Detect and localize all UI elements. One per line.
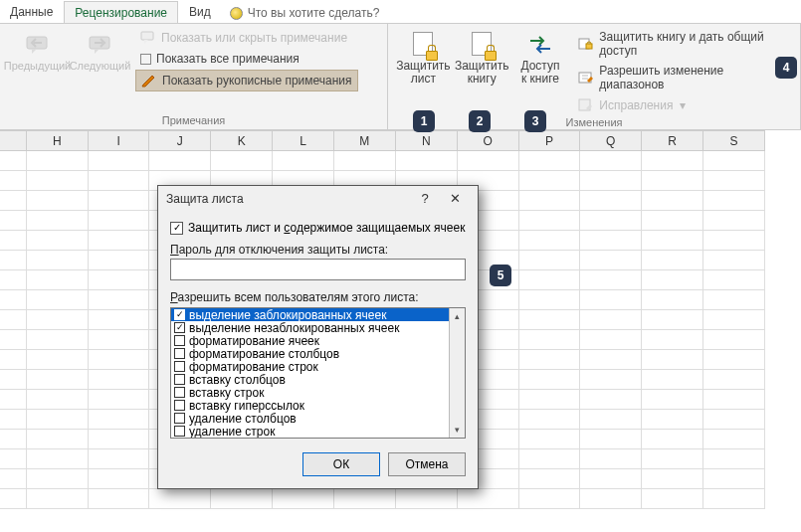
cell[interactable] [26, 489, 88, 509]
cell[interactable] [88, 350, 149, 370]
cell[interactable] [703, 350, 765, 370]
cell[interactable] [333, 489, 395, 509]
cell[interactable] [580, 290, 642, 310]
cell[interactable] [518, 251, 580, 270]
cell[interactable] [26, 469, 88, 489]
cell[interactable] [26, 430, 88, 449]
tab-view[interactable]: Вид [178, 0, 222, 23]
permission-checkbox[interactable] [174, 374, 185, 385]
cell[interactable] [642, 151, 703, 171]
cell[interactable] [518, 489, 580, 509]
password-input[interactable] [170, 259, 466, 280]
cell[interactable] [88, 330, 149, 350]
close-button[interactable]: ✕ [440, 191, 470, 206]
cell[interactable] [88, 410, 149, 430]
cell[interactable] [642, 270, 703, 290]
permission-item[interactable]: вставку столбцов [171, 373, 449, 386]
column-header[interactable]: S [703, 131, 765, 151]
cell[interactable] [703, 330, 765, 350]
cell[interactable] [703, 270, 765, 290]
cell[interactable] [518, 390, 580, 410]
cell[interactable] [518, 310, 580, 330]
cell[interactable] [703, 370, 765, 390]
protect-workbook-button[interactable]: Защититькнигу [453, 28, 511, 115]
permission-checkbox[interactable] [174, 309, 185, 320]
scroll-track[interactable] [450, 324, 465, 422]
permission-checkbox[interactable] [174, 322, 185, 333]
cell[interactable] [580, 350, 642, 370]
cell[interactable] [26, 410, 88, 430]
cell[interactable] [149, 151, 211, 171]
cell[interactable] [580, 251, 642, 270]
cell[interactable] [703, 449, 765, 469]
column-header[interactable]: J [149, 131, 211, 151]
cell[interactable] [580, 330, 642, 350]
cell[interactable] [0, 191, 26, 211]
permission-checkbox[interactable] [174, 413, 185, 424]
permission-item[interactable]: удаление строк [171, 425, 449, 438]
cell[interactable] [518, 171, 580, 191]
column-header[interactable]: L [273, 131, 334, 151]
cell[interactable] [0, 330, 26, 350]
cell[interactable] [88, 469, 149, 489]
cell[interactable] [518, 330, 580, 350]
cell[interactable] [580, 211, 642, 231]
cell[interactable] [580, 489, 642, 509]
cell[interactable] [0, 390, 26, 410]
cell[interactable] [211, 151, 273, 171]
cell[interactable] [518, 211, 580, 231]
cell[interactable] [642, 449, 703, 469]
cell[interactable] [642, 251, 703, 270]
cell[interactable] [703, 310, 765, 330]
cell[interactable] [580, 449, 642, 469]
permission-item[interactable]: форматирование столбцов [171, 347, 449, 360]
cell[interactable] [580, 410, 642, 430]
column-header[interactable]: I [88, 131, 149, 151]
cell[interactable] [518, 370, 580, 390]
cell[interactable] [26, 251, 88, 270]
cell[interactable] [395, 489, 457, 509]
cell[interactable] [211, 489, 273, 509]
permission-item[interactable]: форматирование ячеек [171, 334, 449, 347]
protect-and-share-button[interactable]: Защитить книгу и дать общий доступ [573, 28, 794, 60]
cell[interactable] [26, 350, 88, 370]
cell[interactable] [703, 390, 765, 410]
permission-checkbox[interactable] [174, 348, 185, 359]
cell[interactable] [518, 270, 580, 290]
cell[interactable] [0, 211, 26, 231]
cell[interactable] [273, 489, 334, 509]
column-header[interactable]: G [0, 131, 26, 151]
cell[interactable] [88, 449, 149, 469]
cell[interactable] [0, 251, 26, 270]
cell[interactable] [26, 290, 88, 310]
cell[interactable] [580, 370, 642, 390]
cell[interactable] [580, 310, 642, 330]
cell[interactable] [642, 310, 703, 330]
cell[interactable] [703, 430, 765, 449]
permission-checkbox[interactable] [174, 426, 185, 437]
cell[interactable] [26, 270, 88, 290]
cell[interactable] [26, 211, 88, 231]
cell[interactable] [518, 430, 580, 449]
cell[interactable] [518, 469, 580, 489]
cell[interactable] [88, 171, 149, 191]
cell[interactable] [88, 270, 149, 290]
protect-sheet-button[interactable]: Защититьлист [394, 28, 453, 115]
cell[interactable] [0, 151, 26, 171]
cell[interactable] [149, 489, 211, 509]
cell[interactable] [703, 211, 765, 231]
cell[interactable] [0, 489, 26, 509]
cell[interactable] [580, 191, 642, 211]
cell[interactable] [457, 151, 518, 171]
tell-me[interactable]: Что вы хотите сделать? [222, 3, 388, 23]
cell[interactable] [88, 211, 149, 231]
cell[interactable] [26, 171, 88, 191]
cell[interactable] [26, 330, 88, 350]
cancel-button[interactable]: Отмена [388, 452, 466, 476]
scroll-up-button[interactable]: ▴ [450, 308, 465, 324]
cell[interactable] [0, 310, 26, 330]
permission-checkbox[interactable] [174, 400, 185, 411]
cell[interactable] [642, 390, 703, 410]
column-header[interactable]: O [457, 131, 518, 151]
cell[interactable] [0, 270, 26, 290]
